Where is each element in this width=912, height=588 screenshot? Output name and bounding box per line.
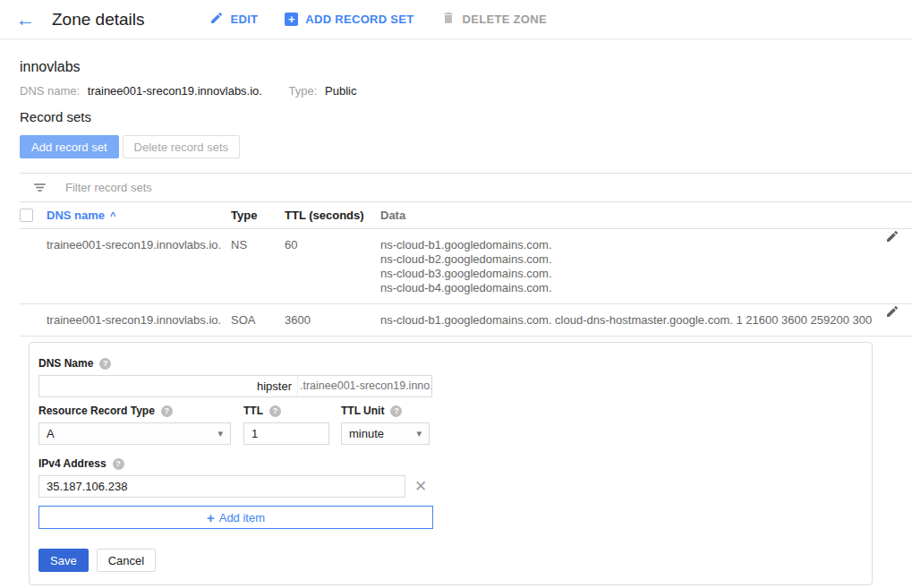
dns-name-field-label: DNS Name ? bbox=[38, 357, 872, 370]
ipv4-address-label: IPv4 Address ? bbox=[38, 457, 872, 470]
dns-name-suffix: .trainee001-srecon19.inno... bbox=[297, 376, 431, 396]
filter-record-sets-input[interactable] bbox=[65, 181, 912, 194]
back-arrow-icon[interactable]: ← bbox=[16, 10, 41, 29]
record-sets-heading: Record sets bbox=[20, 109, 892, 124]
cell-ttl: 60 bbox=[285, 229, 380, 260]
delete-record-sets-button[interactable]: Delete record sets bbox=[123, 135, 241, 158]
help-icon[interactable]: ? bbox=[99, 358, 111, 370]
column-header-ttl: TTL (seconds) bbox=[285, 209, 380, 222]
ttl-unit-label: TTL Unit ? bbox=[341, 405, 430, 417]
add-box-icon: + bbox=[285, 13, 298, 26]
topbar-actions: EDIT + ADD RECORD SET DELETE ZONE bbox=[209, 11, 547, 28]
resource-record-type-select[interactable]: A ▾ bbox=[38, 422, 231, 445]
zone-name: innovlabs bbox=[20, 59, 892, 75]
add-item-button[interactable]: + Add item bbox=[38, 506, 433, 529]
edit-button-label: EDIT bbox=[231, 13, 259, 26]
pencil-icon bbox=[209, 11, 224, 28]
dns-name-field: .trainee001-srecon19.inno... bbox=[38, 375, 432, 397]
edit-button[interactable]: EDIT bbox=[209, 11, 259, 28]
table-row-soa: trainee001-srecon19.innovlabs.io. SOA 36… bbox=[20, 304, 912, 337]
save-button[interactable]: Save bbox=[38, 549, 89, 572]
resource-record-type-value: A bbox=[47, 427, 55, 440]
add-item-label: Add item bbox=[219, 511, 265, 524]
zone-type-label: Type: bbox=[289, 84, 318, 98]
trash-icon bbox=[441, 11, 456, 28]
dns-name-input[interactable] bbox=[39, 379, 297, 393]
pencil-icon bbox=[885, 308, 899, 321]
cell-data: ns-cloud-b1.googledomains.com. cloud-dns… bbox=[380, 304, 873, 336]
help-icon[interactable]: ? bbox=[161, 405, 173, 417]
chevron-down-icon: ▾ bbox=[217, 428, 223, 439]
zone-info-section: innovlabs DNS name: trainee001-srecon19.… bbox=[0, 59, 912, 158]
table-header-row: DNS name^ Type TTL (seconds) Data bbox=[20, 202, 912, 229]
ipv4-address-input[interactable] bbox=[38, 475, 405, 498]
dns-name-label: DNS name: bbox=[20, 84, 80, 98]
dns-name-value: trainee001-srecon19.innovlabs.io. bbox=[88, 84, 262, 98]
ttl-unit-select[interactable]: minute ▾ bbox=[341, 422, 430, 445]
resource-record-type-label: Resource Record Type ? bbox=[38, 405, 231, 417]
pencil-icon bbox=[885, 233, 899, 246]
add-record-set-button[interactable]: + ADD RECORD SET bbox=[285, 13, 413, 26]
record-sets-table: DNS name^ Type TTL (seconds) Data traine… bbox=[20, 202, 912, 337]
plus-icon: + bbox=[207, 510, 215, 525]
delete-zone-button[interactable]: DELETE ZONE bbox=[441, 11, 547, 28]
sort-asc-icon: ^ bbox=[110, 210, 115, 221]
select-all-checkbox[interactable] bbox=[20, 209, 33, 222]
chevron-down-icon: ▾ bbox=[416, 428, 422, 439]
column-header-type: Type bbox=[231, 209, 285, 222]
record-type-row: Resource Record Type ? A ▾ TTL ? TTL Uni… bbox=[38, 397, 872, 445]
help-icon[interactable]: ? bbox=[113, 458, 124, 470]
top-bar: ← Zone details EDIT + ADD RECORD SET DEL… bbox=[0, 0, 912, 39]
table-row-ns: trainee001-srecon19.innovlabs.io. NS 60 … bbox=[20, 229, 912, 304]
cell-data: ns-cloud-b1.googledomains.com. ns-cloud-… bbox=[380, 229, 873, 303]
edit-record-button[interactable] bbox=[885, 304, 899, 321]
filter-bar bbox=[20, 173, 912, 202]
help-icon[interactable]: ? bbox=[269, 405, 281, 417]
add-record-set-form: DNS Name ? .trainee001-srecon19.inno... … bbox=[29, 342, 873, 585]
filter-icon bbox=[32, 180, 47, 195]
cell-type: SOA bbox=[231, 304, 285, 336]
close-icon: ✕ bbox=[414, 478, 427, 495]
form-actions: Save Cancel bbox=[38, 549, 872, 572]
zone-type-value: Public bbox=[325, 84, 356, 98]
edit-record-button[interactable] bbox=[885, 229, 899, 246]
cell-type: NS bbox=[231, 229, 285, 260]
zone-meta: DNS name: trainee001-srecon19.innovlabs.… bbox=[20, 84, 892, 98]
ttl-unit-value: minute bbox=[349, 427, 384, 440]
cell-ttl: 3600 bbox=[285, 304, 380, 336]
cell-dns-name: trainee001-srecon19.innovlabs.io. bbox=[47, 304, 231, 336]
delete-zone-label: DELETE ZONE bbox=[463, 13, 547, 26]
ttl-label: TTL ? bbox=[243, 405, 329, 417]
cancel-button[interactable]: Cancel bbox=[97, 549, 156, 572]
page-title: Zone details bbox=[52, 10, 145, 30]
ttl-input[interactable] bbox=[243, 422, 329, 445]
remove-item-button[interactable]: ✕ bbox=[414, 479, 427, 494]
record-sets-buttons: Add record set Delete record sets bbox=[20, 135, 892, 158]
add-record-set-button-secondary[interactable]: Add record set bbox=[20, 135, 119, 158]
column-header-dns-name[interactable]: DNS name^ bbox=[47, 209, 231, 222]
column-header-data: Data bbox=[380, 209, 873, 222]
help-icon[interactable]: ? bbox=[390, 405, 402, 417]
add-record-set-label: ADD RECORD SET bbox=[305, 13, 413, 26]
ipv4-address-row: ✕ bbox=[38, 470, 872, 498]
cell-dns-name: trainee001-srecon19.innovlabs.io. bbox=[47, 229, 231, 260]
